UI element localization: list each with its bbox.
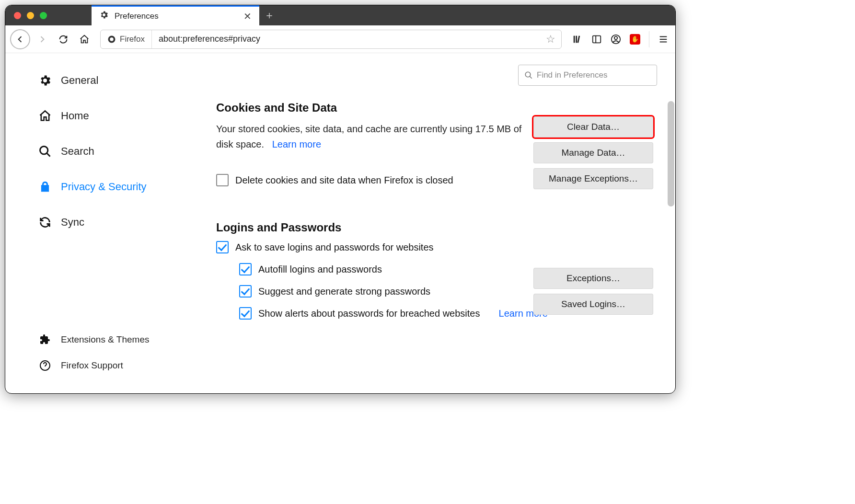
gear-icon (99, 10, 109, 22)
bookmark-star-button[interactable]: ☆ (540, 33, 561, 46)
sidebar-item-label: Extensions & Themes (61, 334, 149, 345)
search-icon (38, 145, 52, 158)
ask-save-row[interactable]: Ask to save logins and passwords for web… (216, 241, 661, 253)
preferences-main: Find in Preferences Cookies and Site Dat… (197, 53, 675, 393)
account-icon[interactable] (609, 32, 623, 46)
logins-buttons: Exceptions… Saved Logins… (533, 268, 653, 315)
window-controls (5, 5, 92, 25)
cookies-disk-usage: 17.5 MB (475, 124, 511, 134)
cookies-desc-prefix: Your stored cookies, site data, and cach… (216, 124, 475, 134)
forward-button[interactable] (33, 30, 51, 48)
puzzle-icon (38, 334, 52, 345)
sidebar-bottom: Extensions & Themes Firefox Support (34, 328, 197, 393)
minimize-window-button[interactable] (27, 12, 34, 19)
saved-logins-button[interactable]: Saved Logins… (533, 294, 653, 315)
reload-button[interactable] (54, 30, 72, 48)
identity-box[interactable]: Firefox (101, 30, 152, 48)
sidebar-item-label: Search (61, 145, 94, 158)
search-placeholder: Find in Preferences (537, 70, 607, 80)
section-logins: Logins and Passwords Exceptions… Saved L… (216, 221, 661, 320)
sidebar-item-support[interactable]: Firefox Support (34, 354, 197, 377)
sync-icon (38, 216, 52, 229)
suggest-checkbox[interactable] (239, 285, 252, 298)
svg-line-16 (530, 76, 532, 79)
lock-icon (38, 181, 52, 193)
svg-rect-3 (576, 35, 577, 43)
ublock-icon[interactable]: ✋ (628, 32, 642, 46)
svg-rect-5 (593, 35, 601, 43)
svg-point-15 (525, 72, 531, 77)
sidebar-item-search[interactable]: Search (34, 137, 197, 165)
delete-on-close-label: Delete cookies and site data when Firefo… (235, 175, 453, 186)
close-tab-button[interactable]: ✕ (243, 11, 252, 22)
autofill-label: Autofill logins and passwords (258, 264, 382, 275)
clear-data-button[interactable]: Clear Data… (533, 116, 653, 137)
tab-strip: Preferences ✕ ＋ (5, 5, 675, 25)
toolbar-right-icons: ✋ (570, 31, 670, 47)
preferences-sidebar: General Home Search Privacy & Security (5, 53, 197, 393)
help-icon (38, 360, 52, 371)
firefox-icon (107, 35, 116, 44)
cookies-buttons: Clear Data… Manage Data… Manage Exceptio… (533, 116, 653, 189)
url-bar[interactable]: Firefox about:preferences#privacy ☆ (100, 30, 562, 49)
autofill-checkbox[interactable] (239, 263, 252, 275)
sidebar-item-label: General (61, 74, 98, 87)
home-icon (38, 109, 52, 123)
maximize-window-button[interactable] (40, 12, 47, 19)
sidebar-toggle-icon[interactable] (589, 32, 604, 46)
section-cookies: Cookies and Site Data Your stored cookie… (216, 101, 661, 186)
browser-window: Preferences ✕ ＋ Firefox about:preference… (5, 5, 676, 394)
sidebar-item-general[interactable]: General (34, 67, 197, 94)
sidebar-item-label: Firefox Support (61, 360, 123, 371)
toolbar-separator (649, 31, 649, 47)
suggest-label: Suggest and generate strong passwords (258, 286, 430, 297)
sidebar-item-label: Privacy & Security (61, 181, 147, 193)
sidebar-item-sync[interactable]: Sync (34, 208, 197, 236)
ask-save-label: Ask to save logins and passwords for web… (235, 242, 434, 253)
library-icon[interactable] (570, 32, 585, 46)
back-button[interactable] (10, 29, 30, 49)
sidebar-item-extensions[interactable]: Extensions & Themes (34, 328, 197, 351)
svg-rect-2 (574, 35, 575, 43)
toolbar: Firefox about:preferences#privacy ☆ ✋ (5, 25, 675, 53)
content-area: General Home Search Privacy & Security (5, 53, 675, 393)
close-window-button[interactable] (14, 12, 21, 19)
cookies-heading: Cookies and Site Data (216, 101, 661, 115)
svg-line-13 (47, 153, 50, 157)
new-tab-button[interactable]: ＋ (259, 5, 279, 25)
manage-data-button[interactable]: Manage Data… (533, 142, 653, 163)
svg-point-12 (40, 147, 48, 154)
home-button[interactable] (75, 30, 93, 48)
search-icon (524, 71, 533, 80)
manage-exceptions-button[interactable]: Manage Exceptions… (533, 168, 653, 189)
cookies-learn-more-link[interactable]: Learn more (272, 139, 321, 149)
svg-rect-4 (577, 35, 580, 43)
sidebar-item-label: Home (61, 110, 89, 122)
alerts-checkbox[interactable] (239, 307, 252, 320)
url-address: about:preferences#privacy (152, 34, 540, 44)
alerts-label: Show alerts about passwords for breached… (258, 308, 480, 319)
delete-on-close-checkbox[interactable] (216, 174, 229, 186)
gear-icon (38, 74, 52, 87)
logins-heading: Logins and Passwords (216, 221, 661, 234)
svg-point-1 (110, 37, 114, 41)
svg-point-8 (614, 36, 617, 39)
sidebar-item-label: Sync (61, 216, 84, 229)
cookies-description: Your stored cookies, site data, and cach… (216, 121, 523, 152)
sidebar-item-privacy[interactable]: Privacy & Security (34, 173, 197, 201)
tab-preferences[interactable]: Preferences ✕ (92, 5, 259, 25)
identity-label: Firefox (120, 34, 145, 44)
sidebar-item-home[interactable]: Home (34, 102, 197, 130)
search-input[interactable]: Find in Preferences (518, 65, 657, 86)
tab-title: Preferences (115, 11, 159, 21)
logins-exceptions-button[interactable]: Exceptions… (533, 268, 653, 289)
ask-save-checkbox[interactable] (216, 241, 229, 253)
menu-button[interactable] (656, 32, 670, 46)
